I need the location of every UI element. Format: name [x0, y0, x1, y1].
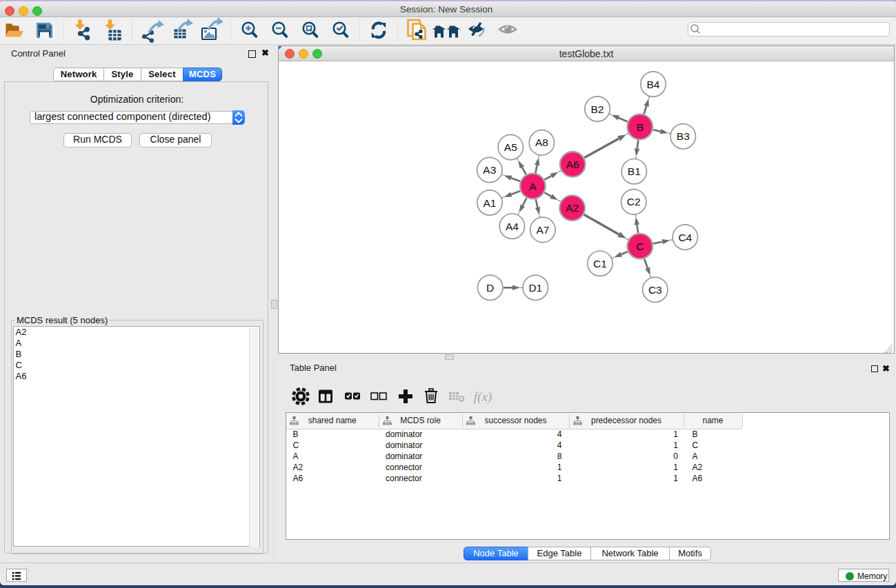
svg-text:A: A	[529, 181, 537, 192]
svg-text:f(x): f(x)	[474, 389, 492, 405]
svg-text:A1: A1	[484, 197, 497, 209]
svg-text:C1: C1	[593, 258, 607, 270]
svg-text:B4: B4	[647, 79, 660, 90]
svg-text:C2: C2	[627, 196, 641, 207]
svg-text:C4: C4	[678, 232, 692, 243]
svg-text:D1: D1	[528, 282, 542, 294]
svg-text:A8: A8	[535, 136, 548, 148]
svg-text:A7: A7	[536, 224, 549, 236]
svg-text:A5: A5	[504, 141, 517, 153]
svg-text:B3: B3	[677, 130, 690, 142]
svg-text:A2: A2	[566, 202, 579, 214]
svg-text:B2: B2	[591, 103, 604, 115]
svg-text:A3: A3	[483, 164, 496, 176]
svg-text:B1: B1	[628, 165, 641, 177]
svg-text:B: B	[637, 121, 644, 133]
svg-text:D: D	[486, 282, 494, 294]
svg-text:A6: A6	[566, 159, 579, 170]
svg-text:C3: C3	[648, 284, 662, 296]
svg-text:A4: A4	[506, 221, 519, 232]
svg-text:C: C	[636, 241, 644, 252]
